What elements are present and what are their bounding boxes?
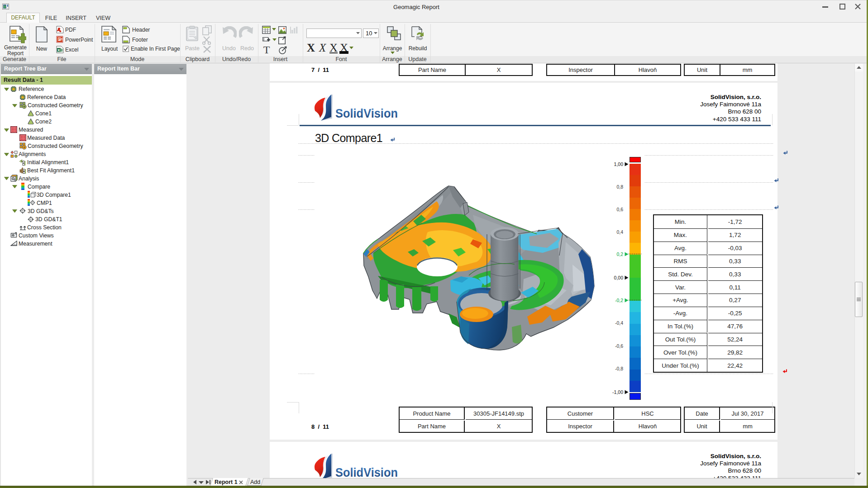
svg-text:SolidVision: SolidVision <box>335 465 398 478</box>
svg-text:P: P <box>58 37 61 41</box>
svg-text:X: X <box>57 48 60 52</box>
svg-text:SolidVision: SolidVision <box>335 106 398 120</box>
